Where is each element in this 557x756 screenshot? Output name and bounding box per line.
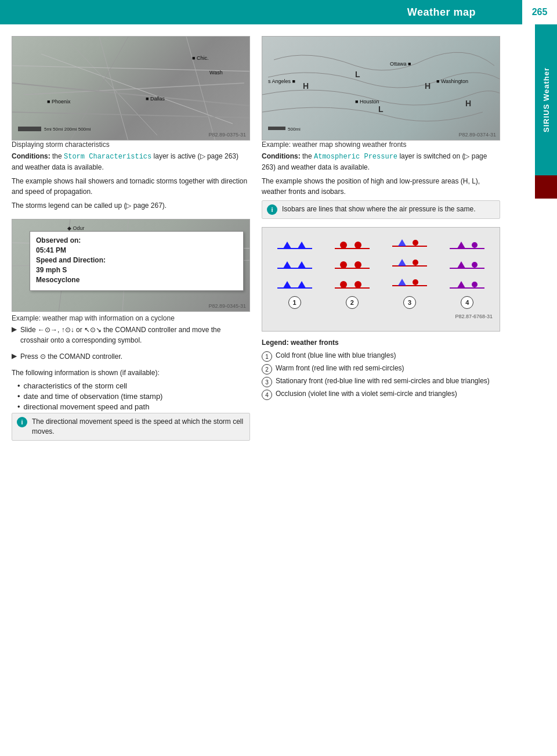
- svg-rect-29: [268, 127, 285, 130]
- svg-text:■ Phoenix: ■ Phoenix: [47, 99, 71, 105]
- svg-marker-35: [283, 261, 291, 268]
- storm-para2: The storms legend can be called up (▷ pa…: [12, 200, 250, 211]
- svg-line-0: [24, 83, 244, 95]
- svg-rect-9: [18, 127, 41, 131]
- legend-text-1: Cold front (blue line with blue triangle…: [276, 351, 396, 359]
- svg-line-8: [12, 112, 249, 118]
- observed-value: 05:41 PM: [36, 246, 237, 254]
- legend-item-2: 2 Warm front (red line with red semi-cir…: [262, 364, 500, 375]
- svg-text:5mi 50mi 200mi 500mi: 5mi 50mi 200mi 500mi: [44, 127, 91, 132]
- svg-text:L: L: [378, 105, 384, 114]
- atm-pressure-section: Example: weather map showing weather fro…: [262, 141, 500, 219]
- svg-text:Ottawa ■: Ottawa ■: [390, 61, 411, 67]
- right-column: H L H H L Ottawa ■ ■ Washington ■ Housto…: [262, 36, 500, 449]
- atm-para3: The example shows the position of high a…: [262, 176, 500, 197]
- storm-map-ref: P82.89-0375-31: [208, 132, 246, 138]
- svg-marker-62: [457, 261, 465, 268]
- svg-text:■ Dallas: ■ Dallas: [146, 96, 165, 102]
- bullet-3: • directional movement speed and path: [12, 402, 250, 411]
- bullet-text-1: characteristics of the storm cell: [24, 381, 127, 390]
- svg-point-54: [413, 260, 418, 265]
- svg-text:H: H: [425, 81, 431, 91]
- svg-text:■ Chic.: ■ Chic.: [192, 55, 208, 61]
- svg-text:◆ Odur: ◆ Odur: [67, 225, 85, 231]
- page-title: Weather map: [407, 6, 522, 19]
- svg-point-45: [355, 261, 361, 268]
- bullet-dot-1: •: [17, 381, 20, 390]
- conditions-teal: Storm Characteristics: [64, 153, 151, 161]
- info-text-1: The directional movement speed is the sp…: [32, 417, 245, 437]
- svg-marker-38: [283, 281, 291, 288]
- svg-marker-32: [283, 242, 291, 249]
- conditions2-prefix: the: [302, 152, 314, 160]
- legend-title: Legend: weather fronts: [262, 337, 500, 348]
- front-col-1: 1: [267, 237, 322, 309]
- svg-point-41: [340, 242, 347, 249]
- sidebar-text: SIRIUS Weather: [542, 67, 551, 132]
- svg-point-47: [340, 281, 347, 288]
- storm-conditions: Conditions: the Storm Characteristics la…: [12, 151, 250, 172]
- svg-marker-36: [298, 261, 306, 268]
- svg-line-7: [186, 37, 215, 140]
- cyclone-map-image: ◆ Odur Observed on: 05:41 PM Speed and D…: [12, 219, 250, 312]
- press-instruction-item: ▶ Press ⊙ the COMAND controller.: [12, 351, 250, 365]
- bullet-1: • characteristics of the storm cell: [12, 381, 250, 390]
- legend-text-2: Warm front (red line with red semi-circl…: [276, 364, 404, 372]
- sidebar-marker: [535, 175, 557, 199]
- cyclone-section: Example: weather map with information on…: [12, 314, 250, 441]
- header-bar: Weather map 265: [0, 0, 557, 24]
- weather-fronts-map-ref: P82.89-0374-31: [458, 132, 496, 138]
- info-icon-1: i: [17, 417, 27, 427]
- bullet-dot-2: •: [17, 392, 20, 401]
- fronts-diagram-ref: P82.87-6768-31: [267, 314, 495, 319]
- following-text: The following information is shown (if a…: [12, 368, 250, 378]
- conditions-label: Conditions:: [12, 152, 50, 160]
- page-number: 265: [522, 0, 557, 24]
- svg-text:H: H: [303, 81, 309, 91]
- storm-map-caption-section: Displaying storm characteristics Conditi…: [12, 141, 250, 211]
- arrow-icon-2: ▶: [12, 352, 17, 360]
- svg-marker-33: [298, 242, 306, 249]
- svg-point-66: [472, 282, 478, 287]
- storm-type: Mesocyclone: [36, 276, 237, 284]
- storm-caption-text: Displaying storm characteristics: [12, 141, 250, 149]
- legend-section: Legend: weather fronts 1 Cold front (blu…: [262, 337, 500, 400]
- legend-num-1: 1: [262, 351, 272, 362]
- svg-point-44: [340, 261, 347, 268]
- svg-text:L: L: [355, 70, 360, 79]
- bullet-dot-3: •: [17, 402, 20, 411]
- front-number-4: 4: [461, 296, 473, 309]
- front-number-1: 1: [288, 296, 301, 309]
- cyclone-map-ref: P82.89-0345-31: [208, 303, 246, 309]
- weather-fronts-map: H L H H L Ottawa ■ ■ Washington ■ Housto…: [262, 36, 500, 141]
- legend-num-2: 2: [262, 364, 272, 375]
- info-box-2: i Isobars are lines that show where the …: [262, 200, 500, 219]
- cyclone-caption: Example: weather map with information on…: [12, 314, 250, 322]
- svg-text:s Angeles ■: s Angeles ■: [268, 78, 295, 84]
- svg-marker-39: [298, 281, 306, 288]
- weather-fronts-caption: Example: weather map showing weather fro…: [262, 141, 500, 149]
- legend-text-4: Occlusion (violet line with a violet sem…: [276, 390, 457, 398]
- info-text-2: Isobars are lines that show where the ai…: [282, 204, 476, 214]
- svg-point-42: [355, 242, 361, 249]
- atm-conditions: Conditions: the Atmospheric Pressure lay…: [262, 151, 500, 172]
- svg-text:500mi: 500mi: [288, 127, 301, 132]
- svg-marker-65: [457, 281, 465, 288]
- svg-point-57: [413, 279, 418, 285]
- legend-item-1: 1 Cold front (blue line with blue triang…: [262, 351, 500, 362]
- observed-label: Observed on:: [36, 236, 237, 244]
- slide-instruction-item: ▶ Slide ←⊙→, ↑⊙↓ or ↖⊙↘ the COMAND contr…: [12, 325, 250, 349]
- svg-marker-56: [398, 279, 406, 286]
- bullet-text-2: date and time of observation (time stamp…: [24, 392, 163, 401]
- svg-line-4: [99, 37, 128, 140]
- front-col-3: 3: [382, 237, 437, 309]
- svg-point-63: [472, 262, 478, 268]
- slide-instruction-text: Slide ←⊙→, ↑⊙↓ or ↖⊙↘ the COMAND control…: [20, 325, 250, 345]
- arrow-icon-1: ▶: [12, 325, 17, 333]
- speed-value: 39 mph S: [36, 266, 237, 274]
- storm-map-image: 5mi 50mi 200mi 500mi ■ Phoenix ■ Dallas …: [12, 36, 250, 141]
- speed-label: Speed and Direction:: [36, 256, 237, 264]
- conditions2-teal: Atmospheric Pressure: [314, 153, 397, 161]
- legend-num-3: 3: [262, 377, 272, 387]
- info-box-1: i The directional movement speed is the …: [12, 413, 250, 441]
